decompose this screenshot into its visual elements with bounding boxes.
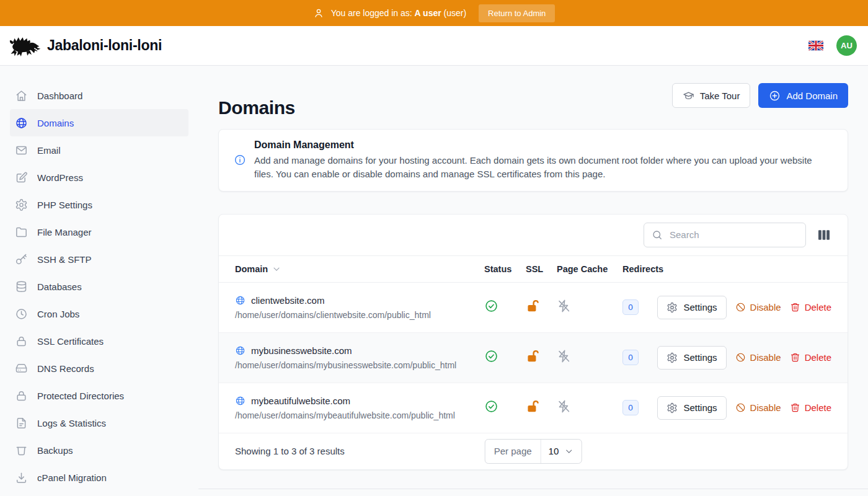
status-enabled-icon <box>484 349 498 363</box>
return-to-admin-button[interactable]: Return to Admin <box>479 4 555 22</box>
page-cache-disabled-icon[interactable] <box>557 299 571 313</box>
settings-label: Settings <box>683 402 717 413</box>
page-title: Domains <box>218 95 295 120</box>
ban-icon <box>735 302 746 312</box>
domain-name[interactable]: mybeautifulwebsite.com <box>251 396 350 406</box>
search-icon <box>652 229 663 241</box>
delete-button[interactable]: Delete <box>790 402 831 413</box>
globe-icon <box>235 396 246 406</box>
settings-button[interactable]: Settings <box>657 396 726 420</box>
sidebar-item-ssl-certificates[interactable]: SSL Certificates <box>10 327 188 355</box>
delete-label: Delete <box>805 302 831 312</box>
row-actions: SettingsDisableDelete <box>676 296 831 319</box>
chevron-down-icon <box>564 446 574 456</box>
disable-label: Disable <box>750 302 781 312</box>
sidebar-item-backups[interactable]: Backups <box>10 436 188 464</box>
column-header-ssl: SSL <box>526 264 557 274</box>
sidebar-item-php-settings[interactable]: PHP Settings <box>10 191 188 218</box>
delete-label: Delete <box>805 352 831 363</box>
download-icon <box>15 471 28 484</box>
per-page-value: 10 <box>549 446 559 456</box>
domain-name[interactable]: clientwebsite.com <box>251 295 324 306</box>
column-label: SSL <box>526 264 543 274</box>
domain-row: clientwebsite.com/home/user/domains/clie… <box>219 283 848 333</box>
sidebar-item-ssh-sftp[interactable]: SSH & SFTP <box>10 246 188 273</box>
ban-icon <box>735 402 746 413</box>
ban-icon <box>735 352 746 363</box>
table-footer: Showing 1 to 3 of 3 results Per page 10 <box>219 433 848 469</box>
search-box <box>644 223 806 247</box>
lock-icon <box>15 389 28 402</box>
info-box-body: Add and manage domains for your hosting … <box>254 154 833 181</box>
sidebar-item-protected-directories[interactable]: Protected Directories <box>10 382 188 409</box>
domain-name[interactable]: mybusinesswebsite.com <box>251 345 352 356</box>
table-header-row: DomainStatusSSLPage CacheRedirects <box>219 255 848 283</box>
sidebar-item-cpanel-migration[interactable]: cPanel Migration <box>10 464 188 491</box>
domain-row: mybeautifulwebsite.com/home/user/domains… <box>219 383 848 433</box>
sidebar-item-domains[interactable]: Domains <box>10 109 188 136</box>
sidebar-item-label: WordPress <box>37 172 83 183</box>
delete-button[interactable]: Delete <box>790 302 831 312</box>
edit-icon <box>15 171 28 184</box>
banner-message: You are logged in as: A user (user) <box>331 8 466 18</box>
per-page-select[interactable]: Per page 10 <box>485 439 582 464</box>
graduation-cap-icon <box>683 90 694 102</box>
gear-icon <box>666 402 678 414</box>
sidebar-item-logs-statistics[interactable]: Logs & Statistics <box>10 409 188 436</box>
ssl-unlocked-icon[interactable] <box>526 299 541 314</box>
ssl-cell <box>526 349 557 366</box>
add-domain-button[interactable]: Add Domain <box>758 83 848 108</box>
sidebar-item-databases[interactable]: Databases <box>10 273 188 300</box>
page-cache-disabled-icon[interactable] <box>557 399 571 414</box>
settings-button[interactable]: Settings <box>657 346 726 370</box>
page-cache-disabled-icon[interactable] <box>557 349 571 363</box>
disable-label: Disable <box>750 352 781 363</box>
page-cache-cell <box>557 299 622 316</box>
sidebar: DashboardDomainsEmailWordPressPHP Settin… <box>0 66 198 496</box>
columns-toggle-button[interactable] <box>817 228 831 242</box>
sidebar-item-label: Dashboard <box>37 91 82 101</box>
domain-cell: clientwebsite.com/home/user/domains/clie… <box>235 295 484 320</box>
domain-path: /home/user/domains/mybeautifulwebsite.co… <box>235 410 484 420</box>
sidebar-item-wordpress[interactable]: WordPress <box>10 164 188 191</box>
take-tour-button[interactable]: Take Tour <box>672 83 751 108</box>
status-enabled-icon <box>484 399 498 414</box>
user-icon <box>313 7 324 19</box>
sidebar-item-label: DNS Records <box>37 363 94 374</box>
column-label: Domain <box>235 264 268 274</box>
disable-button[interactable]: Disable <box>735 302 781 312</box>
ssl-unlocked-icon[interactable] <box>526 349 541 364</box>
delete-button[interactable]: Delete <box>790 352 831 363</box>
column-header-domain[interactable]: Domain <box>235 264 484 274</box>
plus-circle-icon <box>769 90 781 102</box>
ssl-unlocked-icon[interactable] <box>526 399 541 414</box>
redirects-count[interactable]: 0 <box>622 350 639 365</box>
database-icon <box>15 280 28 293</box>
table-body: clientwebsite.com/home/user/domains/clie… <box>219 283 848 433</box>
column-header-page_cache: Page Cache <box>557 264 622 274</box>
delete-label: Delete <box>805 402 831 413</box>
sidebar-item-label: Logs & Statistics <box>37 418 106 428</box>
ssl-cell <box>526 299 557 316</box>
main-content: Domains Take Tour Add Domain Domain Mana… <box>198 66 868 496</box>
sidebar-item-file-manager[interactable]: File Manager <box>10 218 188 246</box>
file-icon <box>15 417 28 430</box>
sort-chevron-icon <box>272 264 281 274</box>
trash-icon <box>790 302 800 312</box>
disable-button[interactable]: Disable <box>735 402 781 413</box>
avatar[interactable]: AU <box>836 35 857 56</box>
redirects-count[interactable]: 0 <box>622 299 639 315</box>
sidebar-item-email[interactable]: Email <box>10 136 188 164</box>
search-input[interactable] <box>668 229 798 241</box>
disable-button[interactable]: Disable <box>735 352 781 363</box>
settings-button[interactable]: Settings <box>657 296 726 319</box>
language-flag-icon[interactable] <box>808 40 823 51</box>
redirects-count[interactable]: 0 <box>622 400 639 415</box>
sidebar-item-dns-records[interactable]: DNS Records <box>10 355 188 382</box>
sidebar-item-label: Email <box>37 145 61 156</box>
per-page-label: Per page <box>485 440 541 463</box>
sidebar-item-cron-jobs[interactable]: Cron Jobs <box>10 300 188 327</box>
boar-logo-icon <box>9 34 41 58</box>
brand[interactable]: Jabaloni-loni-loni <box>9 34 162 58</box>
sidebar-item-dashboard[interactable]: Dashboard <box>10 82 188 109</box>
